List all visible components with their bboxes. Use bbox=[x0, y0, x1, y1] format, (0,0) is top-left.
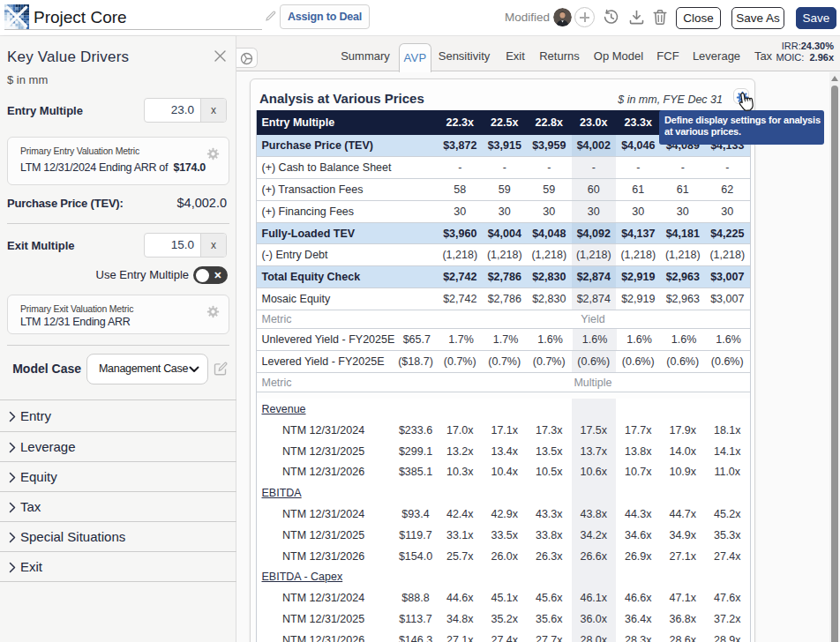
table-row: NTM 12/31/2024$93.442.4x42.9x43.3x43.8x4… bbox=[257, 504, 750, 525]
row-cell: 13.2x bbox=[438, 441, 483, 462]
vertical-scrollbar[interactable] bbox=[829, 72, 840, 642]
scrollbar-up-arrow[interactable] bbox=[831, 76, 838, 81]
table-row: Levered Yield - FY2025E($18.7)(0.7%)(0.7… bbox=[257, 351, 750, 373]
toggle-x-glyph: ✕ bbox=[214, 269, 221, 281]
row-cell: 61 bbox=[661, 179, 706, 200]
table-row: NTM 12/31/2024$233.617.0x17.1x17.3x17.5x… bbox=[257, 420, 750, 441]
row-cell bbox=[527, 399, 572, 420]
row-cell: $4,046 bbox=[616, 135, 661, 156]
row-cell: 30 bbox=[483, 201, 528, 222]
row-cell bbox=[438, 399, 483, 420]
tab-summary[interactable]: Summary bbox=[341, 49, 390, 63]
accordion-label: Equity bbox=[20, 469, 57, 484]
tab-tax[interactable]: Tax bbox=[754, 49, 772, 63]
row-cell: 1.6% bbox=[617, 329, 662, 350]
row-cell: $4,002 bbox=[572, 135, 617, 156]
accordion-entry[interactable]: Entry bbox=[0, 399, 236, 431]
sidebar-close-icon[interactable] bbox=[214, 49, 227, 63]
user-avatar[interactable] bbox=[553, 8, 572, 26]
entry-metric-gear-icon[interactable] bbox=[206, 147, 220, 160]
model-case-label: Model Case bbox=[12, 362, 81, 376]
accordion-equity[interactable]: Equity bbox=[0, 461, 236, 491]
accordion-special-situations[interactable]: Special Situations bbox=[0, 521, 236, 551]
row-cell: 33.5x bbox=[483, 525, 528, 546]
tab-sensitivity[interactable]: Sensitivity bbox=[439, 49, 491, 63]
row-label: (+) Transaction Fees bbox=[257, 183, 394, 196]
table-header-col: 23.0x bbox=[572, 110, 617, 136]
entry-multiple-input[interactable]: 23.0 bbox=[145, 99, 200, 122]
row-cell: 42.4x bbox=[438, 504, 483, 525]
row-cell: 14.0x bbox=[661, 441, 706, 462]
row-cell bbox=[661, 566, 706, 587]
chevron-right-icon bbox=[9, 502, 16, 513]
row-cell: 46.6x bbox=[616, 587, 661, 608]
row-cell: $2,786 bbox=[483, 288, 528, 310]
tab-leverage[interactable]: Leverage bbox=[693, 49, 740, 63]
row-cell: 17.9x bbox=[661, 420, 706, 441]
row-label: Purchase Price (TEV) bbox=[257, 139, 394, 152]
delete-icon[interactable] bbox=[652, 9, 668, 26]
model-case-select[interactable]: Management Case bbox=[86, 354, 208, 384]
sidebar-title: Key Value Drivers bbox=[7, 49, 129, 66]
tab-fcf[interactable]: FCF bbox=[656, 49, 679, 63]
add-collaborator-button[interactable] bbox=[574, 7, 595, 27]
tab-op-model[interactable]: Op Model bbox=[594, 49, 643, 63]
tab-avp[interactable]: AVP bbox=[399, 43, 431, 72]
row-cell: 17.3x bbox=[527, 420, 572, 441]
row-cell: 1.6% bbox=[528, 329, 573, 350]
row-cell: 30 bbox=[572, 201, 617, 222]
edit-model-case-icon[interactable] bbox=[213, 361, 229, 377]
row-cell bbox=[705, 310, 750, 328]
row-cell: 44.3x bbox=[616, 504, 661, 525]
row-cell: 36.0x bbox=[572, 608, 617, 630]
table-row: NTM 12/31/2025$299.113.2x13.4x13.5x13.7x… bbox=[257, 441, 750, 462]
table-header-col: 23.3x bbox=[616, 110, 661, 136]
tab-exit[interactable]: Exit bbox=[506, 49, 525, 63]
row-value: $93.4 bbox=[394, 508, 438, 520]
row-cell: $3,959 bbox=[527, 135, 572, 156]
divider bbox=[7, 345, 229, 346]
row-label: EBITDA - Capex bbox=[257, 571, 394, 583]
row-cell: 34.9x bbox=[661, 525, 706, 546]
save-as-button[interactable]: Save As bbox=[731, 7, 784, 29]
save-button[interactable]: Save bbox=[796, 7, 836, 29]
download-icon[interactable] bbox=[628, 9, 645, 26]
row-cell: 28.9x bbox=[705, 630, 750, 642]
row-cell: 17.7x bbox=[616, 420, 661, 441]
tooltip-line: at various prices. bbox=[664, 126, 819, 138]
row-cell: 59 bbox=[527, 179, 572, 200]
row-cell: - bbox=[438, 157, 483, 178]
accordion-tax[interactable]: Tax bbox=[0, 491, 236, 521]
use-entry-multiple-toggle[interactable]: ✕ bbox=[193, 266, 228, 284]
panel-toggle-flap[interactable] bbox=[236, 48, 258, 68]
edit-title-icon[interactable] bbox=[265, 10, 277, 22]
wheel-icon bbox=[240, 52, 253, 65]
row-cell: 10.5x bbox=[527, 461, 572, 482]
row-cell: $3,960 bbox=[438, 223, 483, 244]
row-cell: 11.0x bbox=[705, 461, 750, 482]
row-cell: 35.2x bbox=[483, 608, 528, 630]
row-label: NTM 12/31/2026 bbox=[257, 634, 394, 642]
history-icon[interactable] bbox=[603, 9, 619, 26]
table-row: Revenue bbox=[257, 399, 750, 420]
row-cell: (0.7%) bbox=[438, 351, 483, 372]
scrollbar-thumb[interactable] bbox=[831, 86, 838, 642]
row-cell: $4,181 bbox=[661, 223, 706, 244]
assign-to-deal-button[interactable]: Assign to Deal bbox=[280, 4, 370, 29]
exit-metric-gear-icon[interactable] bbox=[206, 305, 220, 318]
row-cell bbox=[572, 482, 617, 504]
row-cell: $3,007 bbox=[705, 288, 750, 310]
row-label: (+) Financing Fees bbox=[257, 205, 394, 218]
document-title-input[interactable]: Project Core bbox=[34, 6, 262, 29]
exit-multiple-input[interactable]: 15.0 bbox=[145, 234, 200, 257]
row-cell: 1.7% bbox=[484, 329, 529, 350]
tab-returns[interactable]: Returns bbox=[539, 49, 580, 63]
accordion-leverage[interactable]: Leverage bbox=[0, 431, 236, 461]
close-button[interactable]: Close bbox=[676, 7, 721, 29]
row-cell: (0.6%) bbox=[661, 351, 706, 372]
modified-status: Modified bbox=[505, 11, 550, 24]
row-cell: $4,092 bbox=[572, 223, 617, 244]
row-cell: 43.3x bbox=[527, 504, 572, 525]
row-cell: (1,218) bbox=[661, 244, 706, 265]
accordion-exit[interactable]: Exit bbox=[0, 551, 236, 581]
